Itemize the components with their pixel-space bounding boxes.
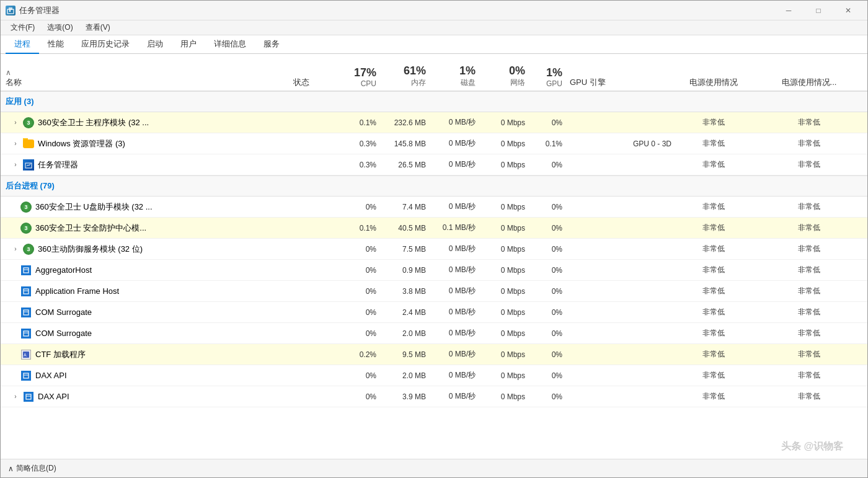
process-name: 360安全卫士 安全防护中心模... xyxy=(35,223,272,234)
power-trend-cell: 非常低 xyxy=(751,306,867,319)
disk-cell: 0.1 MB/秒 xyxy=(428,221,478,234)
status-cell xyxy=(273,290,329,293)
summary-toggle[interactable]: ∧ 简略信息(D) xyxy=(8,463,56,474)
net-pct: 0% xyxy=(480,64,525,77)
expand-button[interactable]: › xyxy=(11,118,20,128)
window-title: 任务管理器 xyxy=(19,5,60,16)
app-icon xyxy=(6,6,16,15)
tab-details[interactable]: 详细信息 xyxy=(205,35,255,54)
status-cell xyxy=(273,227,329,229)
process-name: AggregatorHost xyxy=(35,265,272,275)
tab-app-history[interactable]: 应用历史记录 xyxy=(73,35,138,54)
table-row[interactable]: A CTF 加载程序0.2%9.5 MB0 MB/秒0 Mbps0%非常低非常低 xyxy=(1,344,867,365)
360-icon: 3 xyxy=(20,201,32,213)
gpu-engine-cell xyxy=(565,396,676,398)
status-cell xyxy=(273,353,329,356)
table-row[interactable]: COM Surrogate0%2.0 MB0 MB/秒0 Mbps0%非常低非常… xyxy=(1,323,867,344)
table-row[interactable]: COM Surrogate0%2.4 MB0 MB/秒0 Mbps0%非常低非常… xyxy=(1,302,867,323)
process-name: Windows 资源管理器 (3) xyxy=(38,138,272,149)
network-cell: 0 Mbps xyxy=(478,159,528,170)
table-row[interactable]: Application Frame Host0%3.8 MB0 MB/秒0 Mb… xyxy=(1,281,867,302)
gpu-engine-label: GPU 引擎 xyxy=(570,77,606,87)
svg-rect-4 xyxy=(24,268,29,273)
status-cell xyxy=(273,311,329,314)
table-row[interactable]: ›3360主动防御服务模块 (32 位)0%7.5 MB0 MB/秒0 Mbps… xyxy=(1,239,867,260)
expand-button[interactable]: › xyxy=(11,160,20,170)
disk-pct: 1% xyxy=(431,64,476,77)
gpu-cell: 0% xyxy=(528,370,565,381)
table-row[interactable]: › DAX API0%3.9 MB0 MB/秒0 Mbps0%非常低非常低 xyxy=(1,386,867,407)
disk-cell: 0 MB/秒 xyxy=(428,348,478,361)
table-row[interactable]: 3360安全卫士 U盘助手模块 (32 ...0%7.4 MB0 MB/秒0 M… xyxy=(1,197,867,218)
power-cell: 非常低 xyxy=(676,158,751,171)
maximize-button[interactable]: □ xyxy=(804,1,833,20)
memory-cell: 7.4 MB xyxy=(379,201,428,213)
col-header-gpu[interactable]: 1% GPU xyxy=(528,65,565,89)
gpu-cell: 0% xyxy=(528,307,565,318)
disk-cell: 0 MB/秒 xyxy=(428,263,478,277)
menu-bar: 文件(F) 选项(O) 查看(V) xyxy=(1,20,867,35)
table-row[interactable]: ›Windows 资源管理器 (3)0.3%145.8 MB0 MB/秒0 Mb… xyxy=(1,133,867,154)
bluebox-icon xyxy=(20,307,32,318)
power-trend-cell: 非常低 xyxy=(751,158,867,171)
bluebox-icon xyxy=(20,286,32,297)
tab-users[interactable]: 用户 xyxy=(172,35,205,54)
minimize-button[interactable]: ─ xyxy=(774,1,803,20)
title-bar-left: 任务管理器 xyxy=(6,5,60,16)
col-header-name[interactable]: ∧ 名称 xyxy=(1,67,273,89)
close-button[interactable]: ✕ xyxy=(834,1,862,20)
svg-rect-8 xyxy=(24,310,29,315)
tab-startup[interactable]: 启动 xyxy=(138,35,172,54)
col-header-power[interactable]: 电源使用情况 xyxy=(676,76,751,89)
col-header-memory[interactable]: 61% 内存 xyxy=(379,63,428,89)
menu-view[interactable]: 查看(V) xyxy=(81,21,115,34)
table-row[interactable]: DAX API0%2.0 MB0 MB/秒0 Mbps0%非常低非常低 xyxy=(1,365,867,386)
expand-button[interactable]: › xyxy=(11,244,20,254)
tab-services[interactable]: 服务 xyxy=(255,35,288,54)
disk-label: 磁盘 xyxy=(431,77,476,88)
table-row[interactable]: AggregatorHost0%0.9 MB0 MB/秒0 Mbps0%非常低非… xyxy=(1,260,867,281)
memory-cell: 2.0 MB xyxy=(379,328,428,339)
menu-options[interactable]: 选项(O) xyxy=(42,21,78,34)
background-section-title: 后台进程 (79) xyxy=(6,180,55,192)
table-row[interactable]: › 任务管理器0.3%26.5 MB0 MB/秒0 Mbps0%非常低非常低 xyxy=(1,154,867,175)
sort-indicator: ∧ xyxy=(6,68,11,77)
process-name: 360安全卫士 主程序模块 (32 ... xyxy=(38,117,272,128)
360-icon: 3 xyxy=(23,244,34,255)
disk-cell: 0 MB/秒 xyxy=(428,369,478,382)
cpu-cell: 0% xyxy=(329,307,379,318)
expand-button[interactable]: › xyxy=(11,392,20,402)
col-header-status[interactable]: 状态 xyxy=(273,76,329,89)
power-cell: 非常低 xyxy=(676,306,751,319)
gpu-cell: 0% xyxy=(528,223,565,234)
svg-rect-2 xyxy=(9,10,11,12)
network-cell: 0 Mbps xyxy=(478,223,528,234)
power-trend-cell: 非常低 xyxy=(751,348,867,361)
col-header-gpu-engine[interactable]: GPU 引擎 xyxy=(565,76,676,89)
gpu-cell: 0% xyxy=(528,349,565,360)
col-header-power-trend[interactable]: 电源使用情况... xyxy=(751,76,867,89)
memory-cell: 26.5 MB xyxy=(379,159,428,170)
disk-cell: 0 MB/秒 xyxy=(428,390,478,403)
col-header-cpu[interactable]: 17% CPU xyxy=(329,65,379,89)
status-cell xyxy=(273,206,329,208)
disk-cell: 0 MB/秒 xyxy=(428,158,478,171)
col-header-network[interactable]: 0% 网络 xyxy=(478,63,528,89)
name-label: 名称 xyxy=(6,77,22,87)
gpu-engine-cell xyxy=(565,374,676,377)
table-row[interactable]: ›3360安全卫士 主程序模块 (32 ...0.1%232.6 MB0 MB/… xyxy=(1,112,867,133)
cpu-cell: 0.1% xyxy=(329,223,379,234)
power-trend-cell: 非常低 xyxy=(751,221,867,234)
table-row[interactable]: 3360安全卫士 安全防护中心模...0.1%40.5 MB0.1 MB/秒0 … xyxy=(1,218,867,239)
expand-button[interactable]: › xyxy=(11,139,20,149)
gpu-cell: 0% xyxy=(528,328,565,339)
tab-performance[interactable]: 性能 xyxy=(39,35,73,54)
col-header-disk[interactable]: 1% 磁盘 xyxy=(428,63,478,89)
process-name: Application Frame Host xyxy=(35,286,272,296)
menu-file[interactable]: 文件(F) xyxy=(6,21,40,34)
tab-processes[interactable]: 进程 xyxy=(6,35,39,54)
cpu-pct: 17% xyxy=(332,66,376,79)
process-name: 任务管理器 xyxy=(38,159,272,170)
gpu-cell: 0% xyxy=(528,201,565,213)
cpu-cell: 0% xyxy=(329,244,379,255)
